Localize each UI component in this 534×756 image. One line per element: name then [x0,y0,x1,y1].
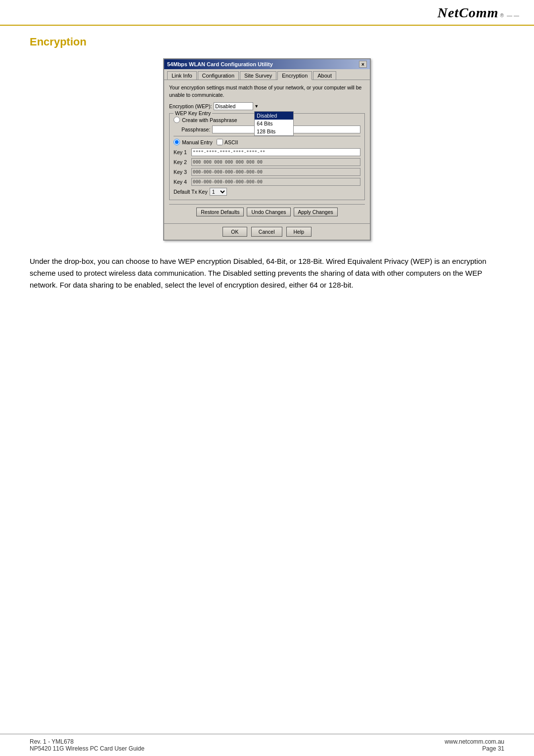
close-icon[interactable]: × [359,61,367,68]
dialog-box: 54Mbps WLAN Card Configuration Utility ×… [163,58,371,241]
key3-label: Key 3 [174,169,189,175]
page-content: Encryption 54Mbps WLAN Card Configuratio… [0,26,534,311]
default-key-row: Default Tx Key 1 2 3 4 [174,188,360,196]
tab-about[interactable]: About [313,71,336,80]
footer-website: www.netcomm.com.au [445,738,504,745]
encryption-select-wrapper: ▼ Disabled 64 Bits 128 Bits [214,102,259,110]
undo-changes-button[interactable]: Undo Changes [247,208,290,216]
tab-configuration[interactable]: Configuration [198,71,239,80]
logo: NetComm® — — [438,5,519,21]
dialog-title: 54Mbps WLAN Card Configuration Utility [167,61,273,67]
manual-radio-label: Manual Entry [182,139,213,145]
encryption-label: Encryption (WEP): [169,103,212,109]
dropdown-item-disabled[interactable]: Disabled [255,112,293,120]
footer-left: Rev. 1 - YML678 NP5420 11G Wireless PC C… [30,738,144,752]
key1-label: Key 1 [174,149,189,155]
dropdown-item-128bit[interactable]: 128 Bits [255,127,293,135]
key1-input[interactable] [191,148,360,156]
key2-row: Key 2 [174,158,360,166]
tab-link-info[interactable]: Link Info [167,71,197,80]
passphrase-label: Passphrase: [181,126,210,132]
key4-label: Key 4 [174,179,189,185]
logo-text: NetComm [438,5,499,20]
help-button[interactable]: Help [286,227,312,237]
body-paragraph: Under the drop-box, you can choose to ha… [30,255,504,291]
page-footer: Rev. 1 - YML678 NP5420 11G Wireless PC C… [0,734,534,756]
encryption-select[interactable] [214,102,253,110]
page-header: NetComm® — — [0,0,534,26]
ok-button[interactable]: OK [222,227,247,237]
footer-revision: Rev. 1 - YML678 [30,738,144,745]
dropdown-arrow-icon[interactable]: ▼ [254,104,259,109]
dialog-body: Your encryption settings must match thos… [164,80,370,223]
restore-defaults-button[interactable]: Restore Defaults [196,208,244,216]
ascii-checkbox[interactable] [217,139,223,145]
action-buttons-area: Restore Defaults Undo Changes Apply Chan… [169,204,365,219]
tab-site-survey[interactable]: Site Survey [240,71,276,80]
ascii-checkbox-row: ASCII [217,139,238,145]
default-key-select[interactable]: 1 2 3 4 [210,188,227,196]
dialog-tabs: Link Info Configuration Site Survey Encr… [164,69,370,80]
dialog-bottom-buttons: OK Cancel Help [164,223,370,240]
page-title: Encryption [30,36,504,48]
footer-product: NP5420 11G Wireless PC Card User Guide [30,745,144,752]
passphrase-radio[interactable] [174,117,180,123]
key3-row: Key 3 [174,168,360,176]
default-key-label: Default Tx Key [174,189,208,195]
wep-group-title: WEP Key Entry [174,110,212,116]
dialog-titlebar: 54Mbps WLAN Card Configuration Utility × [164,59,370,69]
key2-input[interactable] [191,158,360,166]
separator [174,136,360,136]
cancel-button[interactable]: Cancel [251,227,282,237]
logo-symbol: ® [500,13,503,18]
manual-radio[interactable] [174,139,180,145]
key2-label: Key 2 [174,159,189,165]
manual-entry-row: Manual Entry ASCII [174,139,360,145]
key3-input[interactable] [191,168,360,176]
key4-row: Key 4 [174,178,360,186]
footer-right: www.netcomm.com.au Page 31 [445,738,504,752]
footer-page: Page 31 [445,745,504,752]
dropdown-item-64bit[interactable]: 64 Bits [255,120,293,127]
tab-encryption[interactable]: Encryption [277,71,312,80]
key4-input[interactable] [191,178,360,186]
passphrase-radio-label: Create with Passphrase [182,117,237,123]
encryption-dropdown-menu: Disabled 64 Bits 128 Bits [254,111,294,136]
encryption-row: Encryption (WEP): ▼ Disabled 64 Bits 128… [169,102,365,110]
ascii-label: ASCII [224,139,238,145]
apply-changes-button[interactable]: Apply Changes [294,208,338,216]
key1-row: Key 1 [174,148,360,156]
dialog-description: Your encryption settings must match thos… [169,84,365,98]
